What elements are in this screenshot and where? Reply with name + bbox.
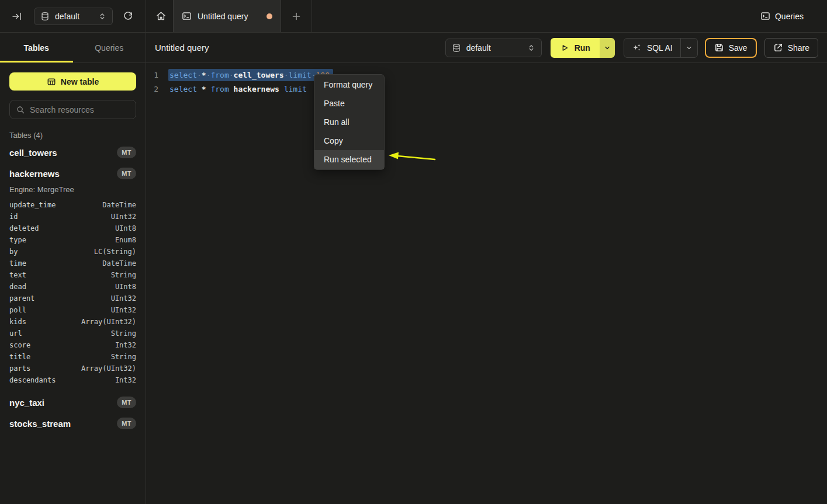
column-name: time: [9, 259, 26, 267]
search-input[interactable]: [30, 105, 136, 114]
line-number: 1: [146, 71, 160, 79]
chevron-updown-icon: [527, 44, 535, 52]
code-segment: *: [202, 71, 206, 79]
active-tab-underline: [0, 61, 73, 62]
context-menu-item-paste[interactable]: Paste: [314, 94, 384, 113]
refresh-button[interactable]: [123, 11, 133, 22]
queries-button[interactable]: Queries: [760, 11, 804, 21]
column-row: urlString: [9, 328, 136, 339]
engine-badge: MT: [117, 418, 136, 429]
code-segment: limit: [289, 71, 312, 79]
code-text: select·*·from·cell_towers·limit·100: [169, 71, 333, 79]
context-menu-item-run-all[interactable]: Run all: [314, 113, 384, 131]
column-row: kidsArray(UInt32): [9, 316, 136, 328]
column-row: update_timeDateTime: [9, 199, 136, 211]
search-box: [9, 100, 136, 119]
terminal-icon: [760, 11, 770, 21]
table-row[interactable]: nyc_taxiMT: [9, 394, 136, 411]
code-segment: limit: [284, 85, 307, 93]
code-segment: ·: [284, 71, 289, 79]
share-button[interactable]: Share: [764, 38, 818, 58]
sidebar-tab-queries[interactable]: Queries: [73, 33, 146, 62]
sidebar-tab-tables[interactable]: Tables: [0, 33, 73, 62]
chevron-updown-icon: [98, 12, 106, 20]
column-name: title: [9, 353, 30, 361]
home-button[interactable]: [154, 9, 168, 23]
run-options-button[interactable]: [600, 38, 615, 58]
context-menu-item-label: Paste: [324, 99, 345, 108]
tab-untitled-query[interactable]: Untitled query: [173, 0, 281, 32]
sql-editor[interactable]: 1select·*·from·cell_towers·limit·1002sel…: [146, 63, 827, 504]
column-row: textString: [9, 269, 136, 281]
table-row[interactable]: cell_towersMT: [9, 144, 136, 161]
collapse-sidebar-button[interactable]: [12, 11, 22, 22]
selected-text: select·*·from·cell_towers·limit·100: [168, 69, 333, 81]
column-name: by: [9, 248, 18, 256]
sql-ai-label: SQL AI: [647, 43, 673, 53]
database-selector[interactable]: default: [34, 8, 113, 25]
save-button[interactable]: Save: [705, 38, 757, 58]
new-table-button[interactable]: New table: [9, 72, 136, 91]
column-row: timeDateTime: [9, 258, 136, 269]
run-button[interactable]: Run: [551, 38, 600, 58]
page-title: Untitled query: [155, 43, 209, 53]
code-segment: from: [210, 71, 229, 79]
sql-ai-split-button: SQL AI: [624, 38, 698, 58]
column-name: parent: [9, 294, 34, 303]
column-type: UInt8: [115, 224, 136, 232]
column-type: UInt8: [115, 283, 136, 291]
column-type: Array(UInt32): [81, 318, 136, 326]
sidebar-content: New table Tables (4) cell_towersMThacker…: [0, 63, 146, 504]
line-number: 2: [146, 85, 160, 93]
collapse-sidebar-icon: [12, 11, 22, 22]
toolbar-database-selector-value: default: [466, 43, 522, 53]
column-row: pollUInt32: [9, 304, 136, 316]
save-floppy-icon: [714, 43, 724, 53]
column-name: descendants: [9, 376, 56, 384]
column-type: DateTime: [102, 201, 136, 209]
code-segment: [229, 85, 234, 93]
context-menu-item-run-selected[interactable]: Run selected: [314, 150, 384, 169]
play-icon: [560, 43, 569, 53]
search-icon: [16, 105, 25, 114]
chevron-down-icon: [604, 44, 611, 51]
column-type: Array(UInt32): [81, 364, 136, 373]
context-menu-item-copy[interactable]: Copy: [314, 131, 384, 150]
sidebar-tab-queries-label: Queries: [95, 43, 123, 53]
column-name: url: [9, 329, 22, 338]
editor-line[interactable]: 1select·*·from·cell_towers·limit·100: [146, 68, 827, 82]
database-icon: [452, 43, 461, 53]
column-type: Int32: [115, 376, 136, 384]
run-split-button: Run: [551, 38, 615, 58]
table-row[interactable]: hackernewsMT: [9, 165, 136, 182]
table-columns: update_timeDateTimeidUInt32deletedUInt8t…: [9, 199, 136, 386]
code-segment: [279, 85, 284, 93]
toolbar-database-selector[interactable]: default: [445, 39, 542, 57]
run-button-label: Run: [575, 43, 590, 53]
table-name: hackernews: [9, 169, 60, 179]
table-row[interactable]: stocks_streamMT: [9, 415, 136, 432]
sql-ai-button[interactable]: SQL AI: [624, 43, 680, 53]
column-name: text: [9, 271, 26, 279]
column-row: partsArray(UInt32): [9, 363, 136, 374]
context-menu-item-label: Format query: [324, 80, 372, 89]
code-segment: from: [210, 85, 229, 93]
column-name: type: [9, 236, 26, 244]
sparkles-icon: [632, 43, 642, 53]
context-menu-item-format-query[interactable]: Format query: [314, 75, 384, 94]
column-type: String: [111, 329, 136, 338]
table-engine-label: Engine: MergeTree: [9, 185, 136, 196]
column-type: UInt32: [111, 294, 136, 303]
editor-line[interactable]: 2select * from hackernews limit: [146, 82, 827, 96]
new-tab-button[interactable]: [289, 9, 303, 23]
column-type: Int32: [115, 341, 136, 349]
column-name: kids: [9, 318, 26, 326]
main-area: Untitled query Quer: [146, 0, 827, 504]
code-segment: *: [202, 85, 206, 93]
queries-button-label: Queries: [775, 12, 804, 21]
code-segment: hackernews: [234, 85, 279, 93]
sql-ai-options-button[interactable]: [681, 39, 697, 57]
code-text: select * from hackernews limit: [169, 85, 312, 93]
share-button-label: Share: [788, 43, 809, 53]
engine-badge: MT: [117, 168, 136, 179]
